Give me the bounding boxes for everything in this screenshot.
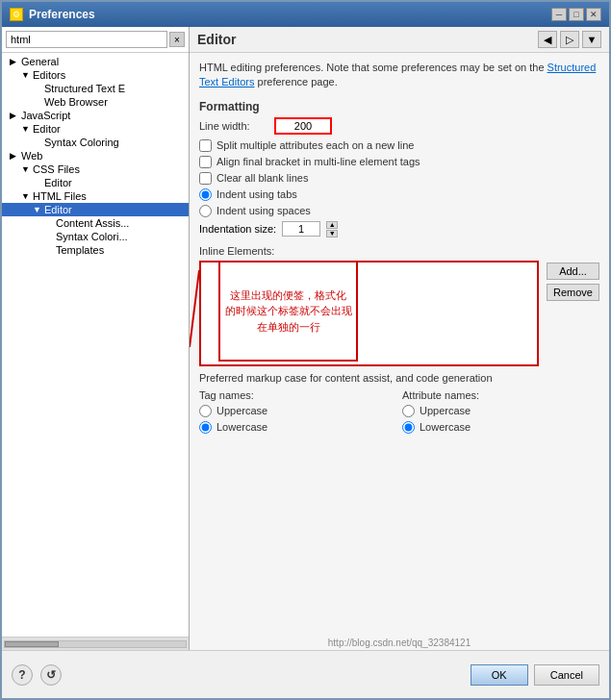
window-icon: ⚙ bbox=[10, 8, 23, 21]
attr-uppercase-label: Uppercase bbox=[420, 405, 471, 416]
right-header: Editor ◀ ▷ ▼ bbox=[190, 27, 609, 53]
back-button[interactable]: ◀ bbox=[538, 31, 557, 48]
description-text: HTML editing preferences. Note that some… bbox=[199, 61, 599, 90]
minimize-button[interactable]: ─ bbox=[551, 8, 567, 21]
attr-uppercase-radio[interactable] bbox=[402, 405, 415, 417]
line-width-label: Line width: bbox=[199, 120, 267, 132]
clear-blank-row: Clear all blank lines bbox=[199, 172, 599, 185]
attr-lower-row: Lowercase bbox=[402, 421, 599, 434]
tree-item-html-editor[interactable]: ▼ Editor bbox=[2, 203, 189, 216]
tree-label-content-assist: Content Assis... bbox=[56, 217, 129, 229]
dropdown-button[interactable]: ▼ bbox=[582, 31, 601, 48]
attr-names-label: Attribute names: bbox=[402, 389, 599, 401]
remove-button[interactable]: Remove bbox=[547, 284, 599, 301]
hscroll-thumb bbox=[5, 641, 59, 647]
tree-label-syntax-coloring2: Syntax Colori... bbox=[56, 231, 128, 242]
tree-item-templates[interactable]: Templates bbox=[2, 243, 189, 257]
right-content: HTML editing preferences. Note that some… bbox=[190, 53, 609, 650]
tree-label-syntax-coloring: Syntax Coloring bbox=[44, 137, 119, 148]
attr-names-col: Attribute names: Uppercase Lowercase bbox=[402, 389, 599, 438]
forward-button[interactable]: ▷ bbox=[560, 31, 579, 48]
help-button[interactable]: ? bbox=[12, 664, 33, 686]
tree-label-general: General bbox=[21, 56, 59, 67]
tag-uppercase-label: Uppercase bbox=[216, 405, 267, 416]
tree-item-web-browser[interactable]: Web Browser bbox=[2, 95, 189, 109]
tree-item-general[interactable]: ▶ General bbox=[2, 55, 189, 68]
spin-up-button[interactable]: ▲ bbox=[326, 221, 338, 229]
clear-checkbox[interactable] bbox=[199, 172, 212, 185]
split-checkbox[interactable] bbox=[199, 139, 212, 152]
close-button[interactable]: ✕ bbox=[586, 8, 601, 21]
watermark: http://blog.csdn.net/qq_32384121 bbox=[190, 638, 609, 648]
tree-label-css-editor: Editor bbox=[44, 177, 72, 188]
tree-area: ▶ General ▼ Editors Structured Text E We… bbox=[2, 53, 189, 637]
tag-lowercase-radio[interactable] bbox=[199, 421, 212, 434]
indent-tabs-radio[interactable] bbox=[199, 188, 212, 201]
tag-uppercase-radio[interactable] bbox=[199, 405, 212, 417]
add-button[interactable]: Add... bbox=[547, 262, 599, 280]
left-panel: × ▶ General ▼ Editors Structured Text E bbox=[2, 27, 190, 650]
search-clear-button[interactable]: × bbox=[169, 32, 185, 47]
tree-label-editors: Editors bbox=[33, 69, 65, 81]
window-title: Preferences bbox=[29, 8, 95, 21]
tree-arrow-htmle: ▼ bbox=[33, 205, 42, 214]
title-bar-buttons: ─ □ ✕ bbox=[551, 8, 601, 21]
spin-down-button[interactable]: ▼ bbox=[326, 230, 338, 238]
tree-arrow-css: ▼ bbox=[21, 164, 31, 174]
description-suffix: preference page. bbox=[258, 76, 338, 88]
inline-elements-label: Inline Elements: bbox=[199, 245, 599, 257]
tree-item-editors[interactable]: ▼ Editors bbox=[2, 68, 189, 82]
tree-arrow-editors: ▼ bbox=[21, 70, 31, 80]
markup-case-grid: Tag names: Uppercase Lowercase Att bbox=[199, 389, 599, 438]
tree-item-content-assist[interactable]: Content Assis... bbox=[2, 216, 189, 230]
tag-upper-row: Uppercase bbox=[199, 405, 396, 417]
indent-spaces-radio[interactable] bbox=[199, 205, 212, 217]
indentation-size-input[interactable] bbox=[282, 221, 320, 237]
tree-label-web-browser: Web Browser bbox=[44, 96, 108, 108]
bottom-bar: ? ↺ OK Cancel bbox=[2, 650, 609, 698]
right-annotation: 这里出现的便签，格式化的时候这个标签就不会出现在单独的一行 bbox=[218, 261, 358, 362]
maximize-button[interactable]: □ bbox=[569, 8, 584, 21]
tree-item-javascript[interactable]: ▶ JavaScript bbox=[2, 109, 189, 122]
search-bar: × bbox=[2, 27, 189, 53]
indent-spaces-label: Indent using spaces bbox=[216, 205, 311, 216]
tree-arrow-js: ▶ bbox=[10, 111, 19, 120]
tag-lower-row: Lowercase bbox=[199, 421, 396, 434]
tree-label-javascript: JavaScript bbox=[21, 110, 70, 121]
refresh-button[interactable]: ↺ bbox=[40, 664, 62, 686]
inline-elements-area: Add... Remove 设置每一行有多少个字符，超过这个字符editor就会… bbox=[199, 261, 599, 366]
indentation-size-row: Indentation size: ▲ ▼ bbox=[199, 221, 599, 238]
line-width-input[interactable] bbox=[274, 117, 332, 135]
indentation-size-label: Indentation size: bbox=[199, 223, 276, 235]
ok-button[interactable]: OK bbox=[471, 664, 528, 686]
svg-line-0 bbox=[190, 270, 199, 347]
left-horizontal-scrollbar[interactable] bbox=[2, 637, 189, 650]
tree-label-html-editor: Editor bbox=[44, 204, 72, 215]
attr-lowercase-radio[interactable] bbox=[402, 421, 415, 434]
tree-arrow-jse: ▼ bbox=[21, 124, 31, 134]
tree-arrow-general: ▶ bbox=[10, 57, 19, 66]
tree-item-syntax-coloring2[interactable]: Syntax Colori... bbox=[2, 230, 189, 243]
annotation-arrow-left bbox=[190, 347, 209, 366]
align-checkbox[interactable] bbox=[199, 156, 212, 168]
tree-item-css-editor[interactable]: Editor bbox=[2, 176, 189, 189]
tree-item-structured-text[interactable]: Structured Text E bbox=[2, 82, 189, 95]
bottom-left-buttons: ? ↺ bbox=[12, 664, 62, 686]
tree-item-web[interactable]: ▶ Web bbox=[2, 149, 189, 162]
description-main: HTML editing preferences. Note that some… bbox=[199, 62, 545, 73]
search-input[interactable] bbox=[6, 31, 167, 48]
title-bar-left: ⚙ Preferences bbox=[10, 8, 95, 21]
tree-item-js-editor[interactable]: ▼ Editor bbox=[2, 122, 189, 136]
markup-case-section: Preferred markup case for content assist… bbox=[199, 372, 599, 438]
tree-item-css-files[interactable]: ▼ CSS Files bbox=[2, 162, 189, 176]
split-attr-row: Split multiple attributes each on a new … bbox=[199, 139, 599, 152]
tree-item-syntax-coloring[interactable]: Syntax Coloring bbox=[2, 136, 189, 149]
align-bracket-row: Align final bracket in multi-line elemen… bbox=[199, 156, 599, 168]
align-label: Align final bracket in multi-line elemen… bbox=[216, 156, 420, 167]
tree-arrow-web: ▶ bbox=[10, 151, 19, 161]
tree-item-html-files[interactable]: ▼ HTML Files bbox=[2, 189, 189, 203]
cancel-button[interactable]: Cancel bbox=[534, 664, 599, 686]
markup-case-title: Preferred markup case for content assist… bbox=[199, 372, 599, 384]
tree-label-css-files: CSS Files bbox=[33, 163, 80, 175]
line-width-row: Line width: bbox=[199, 117, 599, 135]
